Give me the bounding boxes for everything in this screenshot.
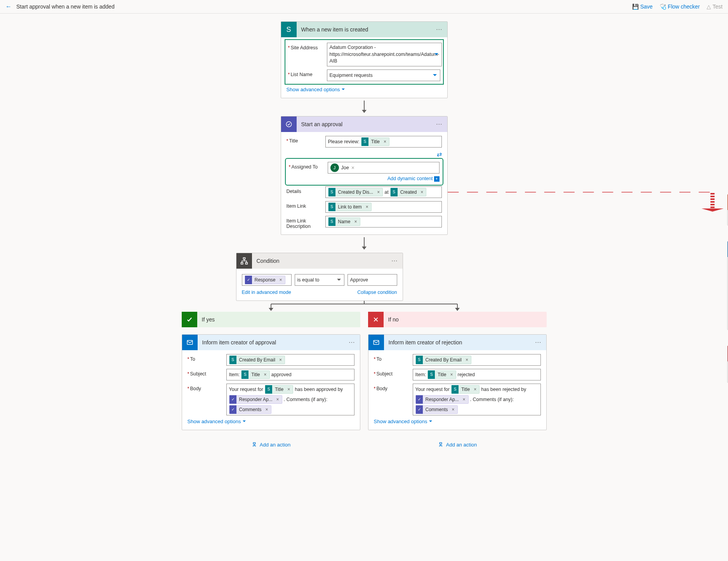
- connector-icon: [281, 235, 448, 253]
- trigger-advanced-link[interactable]: Show advanced options: [287, 87, 345, 92]
- body-input[interactable]: Your request for STitle× has been reject…: [413, 384, 541, 415]
- response-token[interactable]: ✓Response×: [245, 276, 285, 284]
- condition-icon: [236, 253, 252, 269]
- if-no-header: If no: [368, 312, 547, 327]
- assigned-person[interactable]: J Joe ×: [330, 163, 354, 172]
- approval-title-label: Title: [289, 138, 298, 144]
- inform-approval-advanced-link[interactable]: Show advanced options: [188, 419, 246, 424]
- subject-input[interactable]: Item: STitle× rejected: [413, 369, 541, 380]
- condition-header[interactable]: Condition ···: [236, 253, 403, 269]
- to-token[interactable]: SCreated By Email×: [415, 356, 471, 364]
- condition-left-input[interactable]: ✓Response×: [242, 274, 292, 286]
- approval-menu[interactable]: ···: [431, 121, 447, 128]
- trigger-header[interactable]: S When a new item is created ···: [281, 22, 447, 37]
- to-input[interactable]: SCreated By Email×: [226, 354, 354, 366]
- to-input[interactable]: SCreated By Email×: [413, 354, 541, 366]
- condition-menu[interactable]: ···: [387, 257, 402, 264]
- svg-point-2: [286, 122, 292, 127]
- add-action-yes[interactable]: Add an action: [251, 442, 291, 448]
- remove-icon[interactable]: ×: [353, 219, 358, 224]
- created-token[interactable]: SCreated×: [390, 188, 427, 196]
- comments-token[interactable]: ✓Comments×: [415, 405, 458, 414]
- subject-token[interactable]: STitle×: [241, 370, 269, 379]
- avatar-icon: J: [330, 163, 339, 172]
- connector-icon: [281, 98, 448, 116]
- trigger-card: S When a new item is created ··· *Site A…: [281, 21, 448, 98]
- swap-icon[interactable]: ⇄: [287, 151, 442, 158]
- list-name-input[interactable]: Equipment requests: [327, 69, 440, 81]
- inform-approval-menu[interactable]: ···: [344, 339, 360, 346]
- add-action-icon: [251, 442, 257, 448]
- remove-icon[interactable]: ×: [278, 277, 283, 283]
- remove-icon[interactable]: ×: [351, 165, 354, 171]
- remove-icon[interactable]: ×: [382, 139, 387, 144]
- x-icon: [368, 312, 384, 327]
- comments-token[interactable]: ✓Comments×: [229, 405, 271, 414]
- to-token[interactable]: SCreated By Email×: [229, 356, 285, 364]
- trigger-menu[interactable]: ···: [431, 26, 447, 33]
- created-by-token[interactable]: SCreated By Dis...×: [328, 188, 383, 196]
- approval-title-input[interactable]: Please review: STitle×: [325, 136, 442, 148]
- svg-rect-6: [241, 262, 243, 264]
- svg-marker-14: [701, 208, 723, 212]
- item-link-desc-input[interactable]: SName×: [325, 216, 442, 228]
- no-branch: If no Inform item creator of rejection ·…: [368, 312, 547, 453]
- svg-marker-4: [362, 247, 367, 250]
- flow-checker-button[interactable]: 🩺Flow checker: [660, 3, 700, 10]
- remove-icon[interactable]: ×: [419, 189, 424, 195]
- condition-title: Condition: [252, 258, 387, 264]
- name-token[interactable]: SName×: [328, 217, 360, 226]
- remove-icon[interactable]: ×: [376, 189, 381, 195]
- assigned-to-input[interactable]: J Joe ×: [328, 162, 440, 174]
- body-title-token[interactable]: STitle×: [451, 385, 480, 394]
- save-button[interactable]: 💾Save: [632, 3, 653, 10]
- responder-token[interactable]: ✓Responder Ap...×: [415, 395, 469, 404]
- svg-rect-5: [243, 257, 245, 259]
- canvas: S When a new item is created ··· *Site A…: [0, 14, 728, 469]
- details-input[interactable]: SCreated By Dis...× at SCreated×: [325, 186, 442, 198]
- plus-icon: +: [434, 176, 440, 182]
- condition-right-input[interactable]: Approve: [347, 274, 397, 286]
- remove-icon[interactable]: ×: [365, 204, 370, 210]
- add-dynamic-content-link[interactable]: Add dynamic content+: [387, 176, 440, 181]
- inform-approval-header[interactable]: Inform item creator of approval ···: [182, 335, 360, 350]
- details-label: Details: [287, 189, 301, 194]
- approval-title: Start an approval: [297, 121, 432, 127]
- sharepoint-icon: S: [281, 22, 297, 37]
- site-address-input[interactable]: Adatum Corporation - https://microsofteu…: [327, 43, 442, 66]
- item-link-desc-label: Item Link Description: [287, 218, 311, 229]
- flow-title: Start approval when a new item is added: [16, 3, 632, 10]
- test-button[interactable]: △Test: [707, 3, 723, 10]
- remove-icon[interactable]: ×: [278, 357, 283, 363]
- inform-rejection-header[interactable]: Inform item creator of rejection ···: [368, 335, 546, 350]
- yes-branch: If yes Inform item creator of approval ·…: [182, 312, 360, 453]
- outlook-icon: [368, 335, 384, 350]
- collapse-condition-link[interactable]: Collapse condition: [357, 290, 397, 295]
- site-address-label: Site Address: [290, 45, 318, 50]
- link-token[interactable]: SLink to item×: [328, 203, 372, 211]
- edit-advanced-link[interactable]: Edit in advanced mode: [242, 290, 291, 295]
- title-token[interactable]: STitle×: [361, 137, 389, 146]
- item-link-input[interactable]: SLink to item×: [325, 201, 442, 213]
- add-action-no[interactable]: Add an action: [438, 442, 477, 448]
- svg-marker-8: [269, 308, 273, 311]
- subject-input[interactable]: Item: STitle× approved: [226, 369, 354, 380]
- outlook-icon: [182, 335, 198, 350]
- body-input[interactable]: Your request for STitle× has been approv…: [226, 384, 354, 415]
- responder-token[interactable]: ✓Responder Ap...×: [229, 395, 282, 404]
- approval-header[interactable]: Start an approval ···: [281, 116, 447, 132]
- subject-token[interactable]: STitle×: [427, 370, 456, 379]
- body-title-token[interactable]: STitle×: [265, 385, 293, 394]
- trigger-title: When a new item is created: [297, 26, 432, 33]
- back-button[interactable]: ←: [5, 3, 12, 10]
- condition-operator[interactable]: is equal to: [295, 274, 344, 286]
- svg-rect-13: [440, 443, 441, 444]
- inform-rejection-advanced-link[interactable]: Show advanced options: [374, 419, 432, 424]
- if-yes-header: If yes: [182, 312, 360, 327]
- inform-rejection-menu[interactable]: ···: [530, 339, 546, 346]
- add-action-icon: [438, 442, 444, 448]
- condition-branches: If yes Inform item creator of approval ·…: [5, 312, 723, 453]
- inform-approval-card: Inform item creator of approval ··· *To …: [182, 334, 360, 430]
- svg-marker-1: [362, 110, 367, 113]
- main-column: S When a new item is created ··· *Site A…: [281, 21, 448, 301]
